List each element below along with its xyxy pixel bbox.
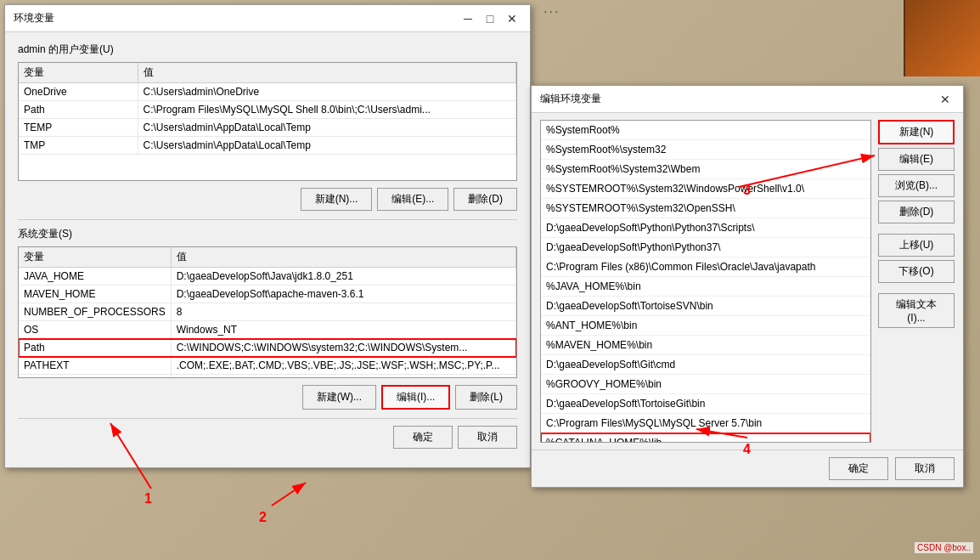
edit-del-btn[interactable]: 删除(D) bbox=[878, 201, 955, 223]
table-row[interactable]: PathC:\Program Files\MySQL\MySQL Shell 8… bbox=[19, 101, 516, 119]
annotation-4: 4 bbox=[743, 442, 751, 457]
var-value: D:\gaeaDevelopSoft\apache-maven-3.6.1 bbox=[171, 286, 515, 303]
var-value: AMD64 bbox=[171, 375, 515, 379]
edit-cancel-btn[interactable]: 取消 bbox=[895, 457, 955, 480]
user-variables-table-container[interactable]: 变量 值 OneDriveC:\Users\admin\OneDrivePath… bbox=[18, 62, 517, 181]
edit-dialog-titlebar: 编辑环境变量 ✕ bbox=[532, 86, 963, 113]
env-variables-dialog: 环境变量 ─ □ ✕ admin 的用户变量(U) 变量 值 OneDriveC… bbox=[4, 4, 531, 468]
new-sys-btn[interactable]: 新建(W)... bbox=[302, 385, 376, 410]
list-item[interactable]: %SYSTEMROOT%\System32\WindowsPowerShell\… bbox=[541, 179, 870, 199]
table-row[interactable]: TEMPC:\Users\admin\AppData\Local\Temp bbox=[19, 119, 516, 137]
maximize-button[interactable]: □ bbox=[481, 9, 499, 28]
list-item[interactable]: %ANT_HOME%\bin bbox=[541, 316, 870, 336]
var-name: TMP bbox=[19, 137, 138, 155]
user-section-label: admin 的用户变量(U) bbox=[18, 42, 517, 57]
env-dialog-content: admin 的用户变量(U) 变量 值 OneDriveC:\Users\adm… bbox=[5, 32, 530, 467]
list-item[interactable]: %SYSTEMROOT%\System32\OpenSSH\ bbox=[541, 199, 870, 218]
main-cancel-btn[interactable]: 取消 bbox=[458, 426, 517, 449]
table-row[interactable]: OSWindows_NT bbox=[19, 321, 516, 339]
close-button[interactable]: ✕ bbox=[503, 9, 521, 28]
sys-col-val: 值 bbox=[171, 247, 515, 268]
list-item[interactable]: D:\gaeaDevelopSoft\TortoiseSVN\bin bbox=[541, 297, 870, 316]
var-value: C:\Users\admin\AppData\Local\Temp bbox=[138, 119, 516, 137]
edit-text-btn[interactable]: 编辑文本(I)... bbox=[878, 293, 955, 328]
sys-variables-table: 变量 值 JAVA_HOMED:\gaeaDevelopSoft\Java\jd… bbox=[19, 247, 516, 378]
list-item[interactable]: %MAVEN_HOME%\bin bbox=[541, 336, 870, 355]
env-dialog-titlebar: 环境变量 ─ □ ✕ bbox=[5, 5, 530, 32]
list-item[interactable]: C:\Program Files\MySQL\MySQL Server 5.7\… bbox=[541, 414, 870, 433]
edit-close-button[interactable]: ✕ bbox=[936, 90, 955, 109]
del-sys-btn[interactable]: 删除(L) bbox=[455, 385, 517, 410]
env-dialog-title: 环境变量 bbox=[14, 11, 54, 25]
var-name: TEMP bbox=[19, 119, 138, 137]
main-ok-btn[interactable]: 确定 bbox=[393, 426, 453, 449]
path-list-container[interactable]: %SystemRoot%%SystemRoot%\system32%System… bbox=[540, 120, 871, 443]
titlebar-controls: ─ □ ✕ bbox=[459, 9, 521, 28]
footer-btn-row: 确定 取消 bbox=[18, 426, 517, 449]
list-item[interactable]: %SystemRoot% bbox=[541, 121, 870, 140]
table-row[interactable]: PROCESSOR_ARCHI...AMD64 bbox=[19, 375, 516, 379]
edit-edit-btn[interactable]: 编辑(E) bbox=[878, 148, 955, 171]
annotation-2: 2 bbox=[259, 510, 267, 525]
list-item[interactable]: %SystemRoot%\System32\Wbem bbox=[541, 160, 870, 179]
user-btn-row: 新建(N)... 编辑(E)... 删除(D) bbox=[18, 188, 517, 211]
list-item[interactable]: %SystemRoot%\system32 bbox=[541, 140, 870, 160]
list-item[interactable]: %GROOVY_HOME%\bin bbox=[541, 375, 870, 394]
table-row[interactable]: TMPC:\Users\admin\AppData\Local\Temp bbox=[19, 137, 516, 155]
edit-up-btn[interactable]: 上移(U) bbox=[878, 234, 955, 257]
sys-variables-table-container[interactable]: 变量 值 JAVA_HOMED:\gaeaDevelopSoft\Java\jd… bbox=[18, 246, 517, 378]
table-row[interactable]: JAVA_HOMED:\gaeaDevelopSoft\Java\jdk1.8.… bbox=[19, 268, 516, 286]
var-value: .COM;.EXE;.BAT;.CMD;.VBS;.VBE;.JS;.JSE;.… bbox=[171, 357, 515, 375]
var-name: Path bbox=[19, 339, 171, 357]
var-name: PROCESSOR_ARCHI... bbox=[19, 375, 171, 379]
var-value: C:\Users\admin\OneDrive bbox=[138, 83, 516, 101]
edit-titlebar-controls: ✕ bbox=[936, 90, 955, 109]
var-value: C:\Program Files\MySQL\MySQL Shell 8.0\b… bbox=[138, 101, 516, 119]
edit-dialog-title: 编辑环境变量 bbox=[540, 92, 601, 106]
var-name: OS bbox=[19, 321, 171, 339]
new-user-btn[interactable]: 新建(N)... bbox=[301, 188, 373, 211]
edit-browse-btn[interactable]: 浏览(B)... bbox=[878, 174, 955, 197]
table-row[interactable]: PathC:\WINDOWS;C:\WINDOWS\system32;C:\WI… bbox=[19, 339, 516, 357]
edit-down-btn[interactable]: 下移(O) bbox=[878, 260, 955, 283]
table-row[interactable]: OneDriveC:\Users\admin\OneDrive bbox=[19, 83, 516, 101]
annotation-3: 3 bbox=[743, 183, 751, 198]
var-value: C:\Users\admin\AppData\Local\Temp bbox=[138, 137, 516, 155]
csdn-watermark: CSDN @box.. bbox=[915, 542, 973, 553]
edit-env-dialog: 编辑环境变量 ✕ %SystemRoot%%SystemRoot%\system… bbox=[531, 85, 964, 488]
user-col-val: 值 bbox=[138, 63, 516, 83]
var-name: Path bbox=[19, 101, 138, 119]
list-item[interactable]: %JAVA_HOME%\bin bbox=[541, 277, 870, 297]
top-menu-dots[interactable]: ··· bbox=[544, 4, 560, 20]
list-item[interactable]: D:\gaeaDevelopSoft\Python\Python37\ bbox=[541, 238, 870, 257]
user-variables-table: 变量 值 OneDriveC:\Users\admin\OneDrivePath… bbox=[19, 63, 516, 155]
edit-sys-btn[interactable]: 编辑(I)... bbox=[381, 385, 450, 410]
var-name: JAVA_HOME bbox=[19, 268, 171, 286]
table-row[interactable]: PATHEXT.COM;.EXE;.BAT;.CMD;.VBS;.VBE;.JS… bbox=[19, 357, 516, 375]
sys-btn-row: 新建(W)... 编辑(I)... 删除(L) bbox=[18, 385, 517, 410]
sys-section-label: 系统变量(S) bbox=[18, 227, 517, 241]
var-name: MAVEN_HOME bbox=[19, 286, 171, 303]
hs-corner-decoration bbox=[904, 0, 980, 76]
list-item[interactable]: %CATALINA_HOME%\lib bbox=[541, 433, 870, 443]
annotation-1: 1 bbox=[144, 491, 152, 506]
var-name: NUMBER_OF_PROCESSORS bbox=[19, 303, 171, 321]
var-value: 8 bbox=[171, 303, 515, 321]
var-value: D:\gaeaDevelopSoft\Java\jdk1.8.0_251 bbox=[171, 268, 515, 286]
edit-dialog-content: %SystemRoot%%SystemRoot%\system32%System… bbox=[532, 113, 963, 450]
list-item[interactable]: D:\gaeaDevelopSoft\Git\cmd bbox=[541, 355, 870, 375]
del-user-btn[interactable]: 删除(D) bbox=[453, 188, 517, 211]
var-value: Windows_NT bbox=[171, 321, 515, 339]
minimize-button[interactable]: ─ bbox=[459, 9, 477, 28]
var-name: PATHEXT bbox=[19, 357, 171, 375]
edit-ok-btn[interactable]: 确定 bbox=[829, 457, 888, 480]
list-item[interactable]: D:\gaeaDevelopSoft\Python\Python37\Scrip… bbox=[541, 218, 870, 238]
table-row[interactable]: NUMBER_OF_PROCESSORS8 bbox=[19, 303, 516, 321]
edit-new-btn[interactable]: 新建(N) bbox=[878, 120, 955, 144]
list-item[interactable]: D:\gaeaDevelopSoft\TortoiseGit\bin bbox=[541, 394, 870, 414]
table-row[interactable]: MAVEN_HOMED:\gaeaDevelopSoft\apache-mave… bbox=[19, 286, 516, 303]
user-col-var: 变量 bbox=[19, 63, 138, 83]
list-item[interactable]: C:\Program Files (x86)\Common Files\Orac… bbox=[541, 257, 870, 277]
edit-user-btn[interactable]: 编辑(E)... bbox=[377, 188, 448, 211]
var-name: OneDrive bbox=[19, 83, 138, 101]
